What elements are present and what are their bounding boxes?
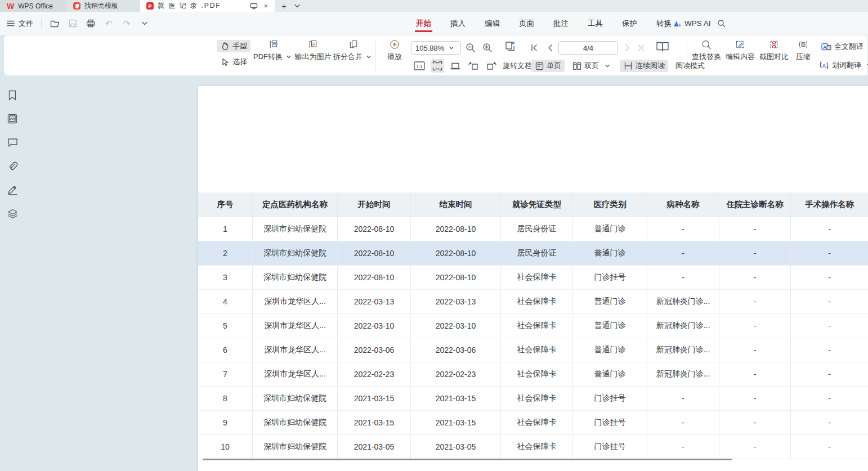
table-cell: 深圳市妇幼保健院 [253,241,338,266]
table-cell: 门诊挂号 [573,387,647,411]
word-translate-label[interactable]: 划词翻译 [832,60,861,70]
chevron-down-icon [446,43,457,53]
monitor-icon[interactable] [249,1,259,11]
svg-text:字: 字 [827,46,831,50]
medical-records-table: 序号定点医药机构名称开始时间结束时间就诊凭证类型医疗类别病种名称住院主诊断名称手… [198,192,868,459]
rotate-pages-icon[interactable] [503,40,517,53]
play-button[interactable]: 播放 [376,39,413,62]
zoom-in-button[interactable] [481,41,494,55]
save-icon[interactable] [68,19,78,29]
thumbnail-image-icon[interactable] [7,113,18,124]
tab-convert[interactable]: 转换 [655,14,673,33]
table-header-cell: 医疗类别 [573,192,647,217]
tab-comment[interactable]: 批注 [552,14,570,33]
tab-edit[interactable]: 编辑 [484,14,501,33]
last-page-button[interactable] [633,41,647,55]
zoom-out-button[interactable] [464,41,477,55]
rotate-doc-label[interactable]: 旋转文档 [503,61,532,71]
close-tab-icon[interactable]: × [263,2,268,10]
table-cell: 深圳市妇幼保健院 [253,266,338,290]
tab-tools[interactable]: 工具 [587,14,604,33]
edit-content-label: 编辑内容 [726,52,755,62]
table-cell: - [791,266,868,290]
table-body: 1深圳市妇幼保健院2022-08-102022-08-10居民身份证普通门诊--… [198,217,868,459]
zoom-level-select[interactable]: 105.88% [411,41,461,55]
tab-wps-office[interactable]: W WPS Office [0,0,66,12]
table-cell: 社会保障卡 [501,362,573,387]
table-header-cell: 开始时间 [338,192,411,217]
attachment-icon[interactable] [7,160,18,172]
pdf-page: 序号定点医药机构名称开始时间结束时间就诊凭证类型医疗类别病种名称住院主诊断名称手… [198,86,868,471]
table-cell: 深圳市妇幼保健院 [253,435,338,459]
read-book-icon[interactable] [656,40,669,53]
double-page-button[interactable]: 双页 [569,60,616,72]
page-indicator-input[interactable]: 4/4 [558,41,618,55]
find-replace-icon [701,39,712,50]
table-cell: 新冠肺炎门诊... [647,314,719,338]
comment-icon[interactable] [7,137,18,148]
tab-insert[interactable]: 插入 [449,14,467,33]
table-cell: - [719,290,791,314]
table-cell: - [791,362,868,387]
file-menu-button[interactable]: 文件 [6,19,33,29]
svg-text:A: A [822,63,826,69]
table-cell: 2022-08-10 [338,266,411,290]
tab-document-active[interactable]: P 就 医 记 录 .PDF × [140,0,275,12]
export-image-label: 输出为图片 [295,52,332,62]
select-tool-button[interactable]: 选择 [217,56,250,68]
tab-list-chevron-icon[interactable] [292,1,302,11]
redo-icon[interactable]: ↷ [122,19,132,29]
next-page-button[interactable] [621,41,634,55]
cursor-icon [220,57,230,67]
table-cell: - [719,338,791,362]
wps-ai-button[interactable]: WPS AI [673,19,711,28]
pdf-convert-button[interactable]: W PDF转换 [255,39,292,62]
find-replace-button[interactable]: 查找替换 [688,39,725,62]
table-cell: 2021-03-15 [411,387,501,411]
edit-content-button[interactable]: 编辑内容 [722,39,759,62]
table-row: 2深圳市妇幼保健院2022-08-102022-08-10居民身份证普通门诊--… [198,241,868,266]
table-cell: 普通门诊 [573,217,647,241]
bookmark-icon[interactable] [7,89,18,101]
table-header-cell: 序号 [198,192,253,217]
full-translate-label[interactable]: 全文翻译 [834,42,863,52]
search-icon[interactable] [716,19,726,29]
print-icon[interactable] [86,19,96,29]
fit-width-button[interactable] [449,59,462,73]
table-cell: - [647,411,719,435]
table-row: 7深圳市龙华区人...2022-02-232022-02-23社会保障卡普通门诊… [198,362,868,387]
undo-icon[interactable]: ↶ [104,19,114,29]
new-tab-icon[interactable]: + [281,1,287,11]
actual-size-button[interactable]: 1:1 [413,59,426,73]
table-cell: 2022-03-13 [411,290,501,314]
first-page-button[interactable] [527,41,541,55]
pdf-convert-icon: W [269,39,279,50]
more-actions-chevron-icon[interactable] [140,19,150,29]
rotate-right-button[interactable] [485,59,498,73]
hand-tool-button[interactable]: 手型 [217,40,250,52]
export-image-button[interactable]: 输出为图片 [294,39,332,62]
layers-icon[interactable] [7,208,18,219]
wps-pdf-window: W WPS Office 找稻壳模板 P 就 医 记 录 .PDF × + [0,0,868,471]
open-folder-icon[interactable] [50,19,60,29]
tab-protect[interactable]: 保护 [621,14,638,33]
table-row: 1深圳市妇幼保健院2022-08-102022-08-10居民身份证普通门诊--… [198,217,868,241]
table-cell: 深圳市妇幼保健院 [253,217,338,241]
rotate-left-button[interactable] [467,59,480,73]
continuous-read-button[interactable]: 连续阅读 [620,60,668,72]
table-cell: 2022-02-23 [338,362,411,387]
tab-page[interactable]: 页面 [518,14,535,33]
table-cell: 2022-08-10 [411,241,501,266]
split-merge-button[interactable]: 拆分合并 [335,39,372,62]
fit-page-button[interactable] [431,59,444,73]
single-page-button[interactable]: 单页 [531,60,565,72]
full-translate-icon: A字 [821,42,831,52]
tab-home[interactable]: 开始 [415,14,432,33]
signature-pen-icon[interactable] [7,184,18,195]
previous-page-button[interactable] [543,41,557,55]
tab-docer-templates[interactable]: 找稻壳模板 [66,0,140,12]
compress-button[interactable]: 压缩 [788,39,819,62]
table-cell: 2021-03-15 [338,411,411,435]
table-cell: - [719,241,791,266]
ribbon-toolbar: 手型 选择 W PDF转换 输出为图片 拆分合 [3,35,868,76]
